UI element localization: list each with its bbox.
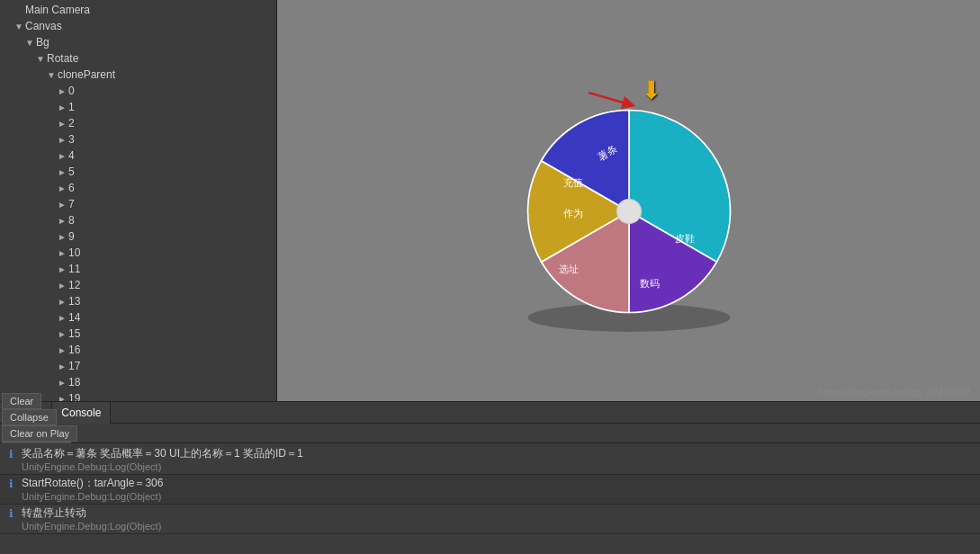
hierarchy-item[interactable]: ►8 bbox=[0, 212, 276, 228]
segment-label-3: 选址 bbox=[558, 263, 578, 273]
console-btn-collapse[interactable]: Collapse bbox=[2, 409, 57, 425]
red-arrow-icon bbox=[580, 88, 643, 110]
console-info-icon: ℹ bbox=[4, 506, 18, 521]
hierarchy-item[interactable]: ►10 bbox=[0, 245, 276, 261]
hierarchy-item[interactable]: ▼Bg bbox=[0, 34, 276, 50]
hierarchy-item[interactable]: ▼Rotate bbox=[0, 50, 276, 67]
console-line-main: 转盘停止转动 bbox=[22, 505, 976, 520]
hierarchy-arrow-icon: ► bbox=[58, 362, 68, 371]
hierarchy-item[interactable]: ►0 bbox=[0, 83, 276, 99]
segment-label-2: 数码 bbox=[639, 278, 659, 289]
hierarchy-item[interactable]: ►4 bbox=[0, 147, 276, 164]
hierarchy-arrow-icon: ► bbox=[58, 167, 68, 177]
console-line-main: 奖品名称＝薯条 奖品概率＝30 UI上的名称＝1 奖品的ID＝1 bbox=[22, 446, 976, 460]
hierarchy-arrow-icon: ► bbox=[58, 297, 68, 307]
console-entry: ℹ StartRotate()：tarAngle＝306 UnityEngine… bbox=[0, 475, 980, 505]
hierarchy-arrow-icon: ► bbox=[58, 232, 68, 242]
console-btn-clear[interactable]: Clear bbox=[2, 393, 41, 409]
console-info-icon: ℹ bbox=[4, 447, 18, 461]
hierarchy-item[interactable]: ►6 bbox=[0, 180, 276, 196]
console-line-sub: UnityEngine.Debug:Log(Object) bbox=[22, 460, 976, 473]
hierarchy-arrow-icon: ► bbox=[58, 200, 68, 210]
hierarchy-item[interactable]: ►12 bbox=[0, 277, 276, 293]
tabs-row: ProjectConsole bbox=[0, 402, 980, 424]
svg-point-3 bbox=[616, 199, 641, 223]
hierarchy-item[interactable]: ►14 bbox=[0, 309, 276, 326]
yellow-arrow-icon: ⬇ bbox=[641, 76, 661, 105]
hierarchy-item[interactable]: ►1 bbox=[0, 99, 276, 115]
hierarchy-item[interactable]: ►16 bbox=[0, 342, 276, 358]
hierarchy-arrow-icon: ► bbox=[58, 151, 68, 161]
console-entry: ℹ 转盘停止转动 UnityEngine.Debug:Log(Object) bbox=[0, 505, 980, 534]
hierarchy-item[interactable]: ▼Canvas bbox=[0, 18, 276, 34]
hierarchy-item[interactable]: ►13 bbox=[0, 293, 276, 309]
hierarchy-arrow-icon: ► bbox=[58, 135, 68, 145]
hierarchy-item[interactable]: ►5 bbox=[0, 164, 276, 180]
console-toolbar: ClearCollapseClear on PlayError PauseEdi… bbox=[0, 424, 980, 443]
hierarchy-item[interactable]: ►17 bbox=[0, 358, 276, 374]
wheel-container: ⬇ 薯条 bbox=[508, 68, 751, 334]
bottom-panel: ProjectConsole ClearCollapseClear on Pla… bbox=[0, 401, 980, 554]
hierarchy-panel: Main Camera▼Canvas▼Bg▼Rotate▼cloneParent… bbox=[0, 0, 277, 401]
wheel-svg: 薯条 皮鞋 数码 选址 充值 作为 bbox=[508, 90, 751, 333]
hierarchy-item[interactable]: ►15 bbox=[0, 326, 276, 342]
hierarchy-arrow-icon: ► bbox=[58, 264, 68, 274]
hierarchy-arrow-icon: ► bbox=[58, 103, 68, 112]
hierarchy-item[interactable]: ►9 bbox=[0, 228, 276, 245]
console-btn-clear-on-play[interactable]: Clear on Play bbox=[2, 425, 77, 442]
hierarchy-item[interactable]: Main Camera bbox=[0, 2, 276, 18]
hierarchy-arrow-icon: ▼ bbox=[36, 54, 47, 64]
hierarchy-item[interactable]: ►11 bbox=[0, 261, 276, 277]
watermark: https://blog.csdn.net/qq_37491893 bbox=[819, 387, 971, 398]
segment-label-1: 皮鞋 bbox=[674, 232, 694, 243]
hierarchy-arrow-icon: ▼ bbox=[25, 38, 36, 48]
console-line-main: StartRotate()：tarAngle＝306 bbox=[22, 476, 976, 490]
hierarchy-arrow-icon: ► bbox=[58, 281, 68, 290]
hierarchy-arrow-icon: ► bbox=[58, 345, 68, 355]
scene-view: ⬇ 薯条 bbox=[277, 0, 980, 401]
hierarchy-arrow-icon: ► bbox=[58, 329, 68, 339]
hierarchy-arrow-icon: ▼ bbox=[47, 70, 58, 80]
segment-label-4: 充值 bbox=[563, 176, 583, 187]
hierarchy-arrow-icon: ► bbox=[58, 216, 68, 226]
hierarchy-item[interactable]: ►3 bbox=[0, 131, 276, 147]
hierarchy-arrow-icon: ► bbox=[58, 378, 68, 388]
console-output: ℹ 奖品名称＝薯条 奖品概率＝30 UI上的名称＝1 奖品的ID＝1 Unity… bbox=[0, 443, 980, 554]
hierarchy-item[interactable]: ►2 bbox=[0, 115, 276, 131]
hierarchy-arrow-icon: ► bbox=[58, 86, 68, 96]
console-line-sub: UnityEngine.Debug:Log(Object) bbox=[22, 520, 976, 532]
console-info-icon: ℹ bbox=[4, 477, 18, 491]
hierarchy-arrow-icon: ► bbox=[58, 183, 68, 193]
console-entry: ℹ 奖品名称＝薯条 奖品概率＝30 UI上的名称＝1 奖品的ID＝1 Unity… bbox=[0, 445, 980, 475]
hierarchy-arrow-icon: ► bbox=[58, 248, 68, 258]
hierarchy-arrow-icon: ► bbox=[58, 119, 68, 129]
segment-label-5: 作为 bbox=[562, 207, 583, 218]
hierarchy-item[interactable]: ►7 bbox=[0, 196, 276, 212]
hierarchy-item[interactable]: ►18 bbox=[0, 374, 276, 390]
hierarchy-arrow-icon: ▼ bbox=[14, 22, 25, 31]
svg-line-1 bbox=[589, 93, 629, 104]
console-line-sub: UnityEngine.Debug:Log(Object) bbox=[22, 490, 976, 503]
hierarchy-arrow-icon: ► bbox=[58, 313, 68, 323]
hierarchy-item[interactable]: ▼cloneParent bbox=[0, 67, 276, 83]
